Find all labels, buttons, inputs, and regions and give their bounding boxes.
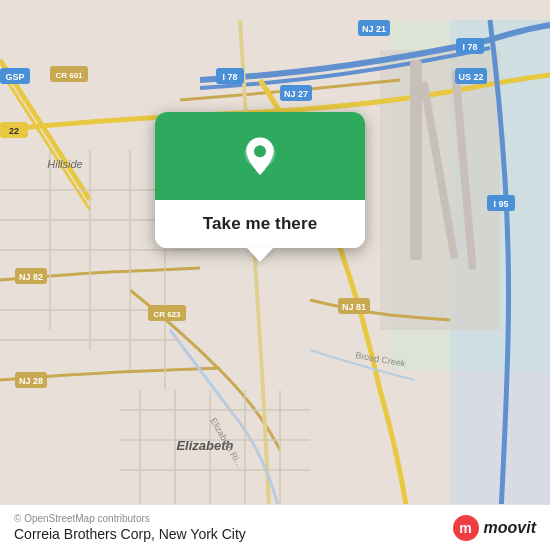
svg-text:I 95: I 95 bbox=[493, 199, 508, 209]
footer: © OpenStreetMap contributors Correia Bro… bbox=[0, 504, 550, 550]
popup-icon-area bbox=[155, 112, 365, 200]
svg-text:NJ 82: NJ 82 bbox=[19, 272, 43, 282]
footer-left: © OpenStreetMap contributors Correia Bro… bbox=[14, 513, 246, 542]
map-container: NJ 21 US 22 I 78 I 78 GSP CR 601 NJ 27 2… bbox=[0, 0, 550, 550]
svg-text:CR 623: CR 623 bbox=[153, 310, 181, 319]
svg-text:NJ 28: NJ 28 bbox=[19, 376, 43, 386]
svg-text:I 78: I 78 bbox=[462, 42, 477, 52]
svg-rect-23 bbox=[410, 60, 422, 260]
take-me-there-button[interactable]: Take me there bbox=[155, 200, 365, 248]
svg-text:US 22: US 22 bbox=[458, 72, 483, 82]
moovit-brand-text: moovit bbox=[484, 519, 536, 537]
svg-text:NJ 27: NJ 27 bbox=[284, 89, 308, 99]
svg-point-58 bbox=[254, 145, 266, 157]
popup-card: Take me there bbox=[155, 112, 365, 248]
location-title: Correia Brothers Corp, New York City bbox=[14, 526, 246, 542]
svg-text:GSP: GSP bbox=[5, 72, 24, 82]
svg-text:NJ 21: NJ 21 bbox=[362, 24, 386, 34]
moovit-icon: m bbox=[453, 515, 479, 541]
svg-text:CR 601: CR 601 bbox=[55, 71, 83, 80]
map-attribution: © OpenStreetMap contributors bbox=[14, 513, 246, 524]
map-background: NJ 21 US 22 I 78 I 78 GSP CR 601 NJ 27 2… bbox=[0, 0, 550, 550]
location-pin-icon bbox=[236, 134, 284, 182]
svg-text:NJ 81: NJ 81 bbox=[342, 302, 366, 312]
moovit-logo[interactable]: m moovit bbox=[453, 515, 536, 541]
svg-text:I 78: I 78 bbox=[222, 72, 237, 82]
svg-text:22: 22 bbox=[9, 126, 19, 136]
svg-text:Hillside: Hillside bbox=[47, 158, 82, 170]
